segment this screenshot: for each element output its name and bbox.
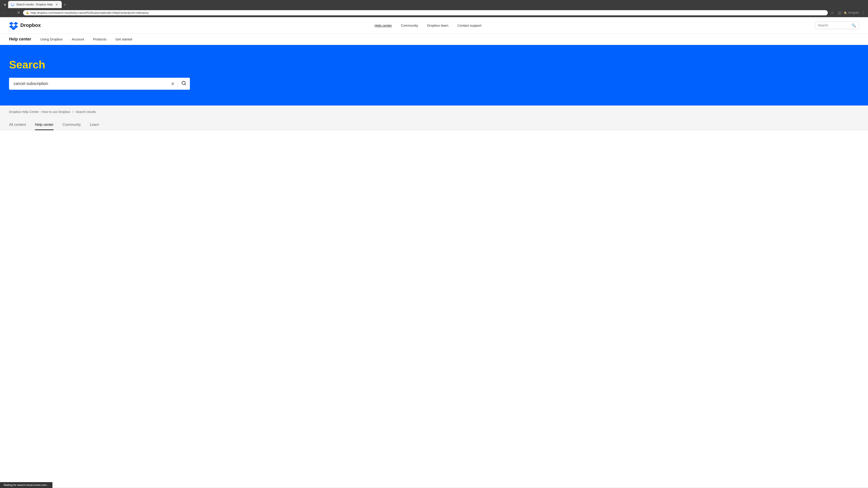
breadcrumb-current: Search results bbox=[76, 110, 96, 113]
svg-line-1 bbox=[185, 84, 186, 85]
hero-title: Search bbox=[9, 59, 45, 71]
logo-text: Dropbox bbox=[20, 22, 41, 28]
tab-favicon bbox=[11, 3, 14, 6]
tab-all-content[interactable]: All content bbox=[9, 123, 26, 130]
back-btn[interactable]: ← bbox=[2, 9, 8, 16]
incognito-badge: 🕵 Incognito bbox=[844, 11, 859, 14]
reload-btn[interactable]: ✕ bbox=[16, 9, 22, 16]
toolbar-actions: ☆ ◫ 🕵 Incognito ⋮ bbox=[829, 9, 866, 16]
browser-tab-active[interactable]: Search results - Dropbox Help ✕ bbox=[8, 1, 62, 8]
tab-learn[interactable]: Learn bbox=[90, 123, 99, 130]
nav-home-link[interactable]: Help center bbox=[9, 37, 31, 41]
nav-search-btn[interactable]: 🔍 bbox=[851, 23, 856, 28]
more-menu-btn[interactable]: ⋮ bbox=[860, 9, 866, 16]
new-tab-btn[interactable]: + bbox=[62, 2, 68, 8]
nav-buttons: ← → ✕ bbox=[2, 9, 22, 16]
address-bar-input[interactable] bbox=[31, 11, 825, 14]
breadcrumb-home-link[interactable]: Dropbox Help Center - How to use Dropbox bbox=[9, 110, 70, 113]
browser-toolbar: ← → ✕ 🔒 ☆ ◫ 🕵 Incognito ⋮ bbox=[0, 8, 868, 17]
search-icon: 🔍 bbox=[851, 23, 856, 28]
loading-spinner bbox=[11, 3, 14, 6]
tab-controls: ▼ bbox=[2, 2, 8, 8]
nav-search-input[interactable] bbox=[818, 24, 850, 27]
tabs-bar: ▼ Search results - Dropbox Help ✕ + bbox=[0, 0, 868, 8]
tab-close-btn[interactable]: ✕ bbox=[55, 2, 59, 7]
top-navigation: Dropbox Help center Community Dropbox le… bbox=[0, 17, 868, 34]
nav-link-contact-support[interactable]: Contact support bbox=[458, 24, 482, 27]
tab-title: Search results - Dropbox Help bbox=[16, 3, 53, 6]
nav-link-help-center[interactable]: Help center bbox=[375, 24, 392, 27]
page-wrapper: Dropbox Help center Community Dropbox le… bbox=[0, 17, 868, 487]
clear-icon: ✕ bbox=[171, 81, 175, 87]
status-bar: Waiting for search.cloud.coveo.com... bbox=[0, 482, 53, 488]
hero-search-clear-btn[interactable]: ✕ bbox=[168, 78, 178, 89]
breadcrumb-separator: > bbox=[72, 110, 74, 113]
forward-btn[interactable]: → bbox=[8, 9, 15, 16]
nav-link-dropbox-learn[interactable]: Dropbox learn bbox=[427, 24, 448, 27]
nav-search-box[interactable]: 🔍 bbox=[815, 22, 859, 29]
tab-community[interactable]: Community bbox=[63, 123, 81, 130]
hero-search-input[interactable] bbox=[9, 78, 168, 90]
hero-search-submit-btn[interactable] bbox=[178, 78, 190, 90]
content-tabs: All content Help center Community Learn bbox=[0, 118, 868, 130]
tab-help-center[interactable]: Help center bbox=[35, 123, 54, 130]
lock-icon: 🔒 bbox=[26, 11, 29, 14]
nav-account[interactable]: Account bbox=[72, 37, 84, 41]
nav-link-community[interactable]: Community bbox=[401, 24, 418, 27]
incognito-icon: 🕵 bbox=[844, 11, 847, 14]
tab-dropdown-btn[interactable]: ▼ bbox=[2, 2, 8, 8]
dropbox-logo-icon bbox=[9, 21, 18, 30]
nav-links: Help center Community Dropbox learn Cont… bbox=[375, 24, 482, 27]
breadcrumb: Dropbox Help Center - How to use Dropbox… bbox=[0, 105, 868, 118]
nav-get-started[interactable]: Get started bbox=[116, 37, 132, 41]
status-text: Waiting for search.cloud.coveo.com... bbox=[4, 484, 49, 487]
search-submit-icon bbox=[181, 80, 186, 87]
second-navigation: Help center Using Dropbox Account Produc… bbox=[0, 34, 868, 45]
address-bar-wrapper[interactable]: 🔒 bbox=[23, 10, 828, 15]
nav-using-dropbox[interactable]: Using Dropbox bbox=[40, 37, 63, 41]
bookmark-btn[interactable]: ☆ bbox=[829, 9, 835, 16]
hero-search-box[interactable]: ✕ bbox=[9, 78, 190, 90]
nav-products[interactable]: Products bbox=[93, 37, 106, 41]
hero-section: Search ✕ bbox=[0, 45, 868, 105]
incognito-label: Incognito bbox=[848, 11, 859, 14]
browser-chrome: ▼ Search results - Dropbox Help ✕ + ← → … bbox=[0, 0, 868, 17]
logo-area[interactable]: Dropbox bbox=[9, 21, 41, 30]
split-view-btn[interactable]: ◫ bbox=[836, 9, 843, 16]
